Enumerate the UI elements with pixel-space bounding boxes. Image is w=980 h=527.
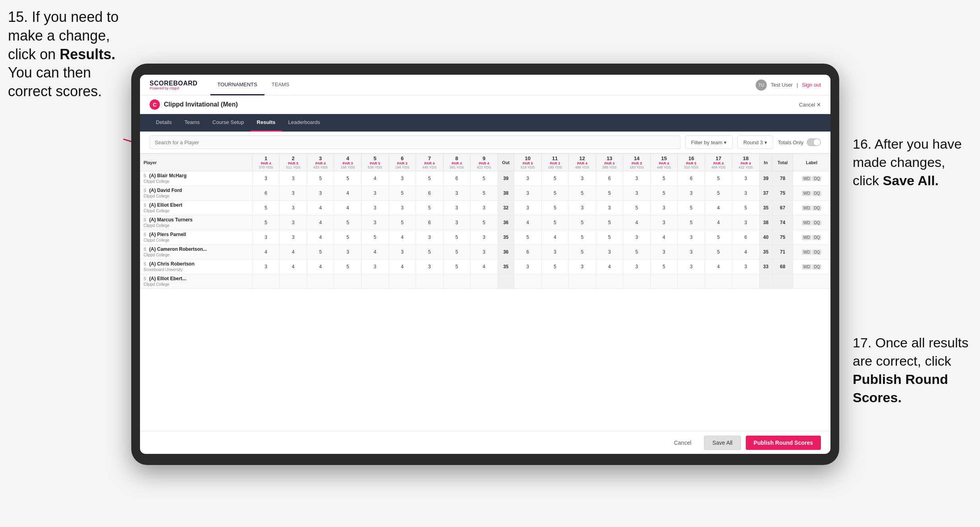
hole-1-score[interactable]: 3 bbox=[252, 260, 280, 274]
label-dq[interactable]: DQ bbox=[812, 250, 821, 255]
hole-6-score[interactable] bbox=[389, 274, 416, 289]
hole-3-score[interactable]: 5 bbox=[307, 171, 334, 186]
hole-15-score[interactable]: 5 bbox=[650, 186, 678, 201]
cancel-button[interactable]: Cancel ✕ bbox=[799, 102, 821, 108]
hole-1-score[interactable]: 4 bbox=[252, 245, 280, 260]
hole-6-score[interactable]: 4 bbox=[389, 230, 416, 245]
hole-6-score[interactable]: 3 bbox=[389, 171, 416, 186]
hole-6-score[interactable]: 3 bbox=[389, 245, 416, 260]
tab-course-setup[interactable]: Course Setup bbox=[206, 114, 251, 132]
label-cell[interactable]: WDDQ bbox=[793, 260, 830, 274]
hole-8-score[interactable]: 3 bbox=[443, 215, 471, 230]
hole-13-score[interactable]: 5 bbox=[596, 230, 623, 245]
hole-5-score[interactable]: 3 bbox=[362, 186, 389, 201]
hole-2-score[interactable]: 3 bbox=[280, 186, 307, 201]
hole-12-score[interactable]: 3 bbox=[569, 260, 596, 274]
hole-7-score[interactable]: 5 bbox=[416, 201, 443, 215]
totals-only-toggle[interactable] bbox=[807, 138, 821, 146]
hole-11-score[interactable]: 5 bbox=[541, 171, 569, 186]
hole-15-score[interactable]: 5 bbox=[650, 260, 678, 274]
hole-18-score[interactable]: 4 bbox=[732, 245, 760, 260]
hole-2-score[interactable]: 3 bbox=[280, 230, 307, 245]
hole-14-score[interactable]: 3 bbox=[623, 186, 651, 201]
label-dq[interactable]: DQ bbox=[812, 205, 821, 211]
hole-15-score[interactable] bbox=[650, 274, 678, 289]
filter-by-team-button[interactable]: Filter by team ▾ bbox=[685, 136, 733, 149]
hole-18-score[interactable] bbox=[732, 274, 760, 289]
hole-12-score[interactable]: 3 bbox=[569, 171, 596, 186]
hole-15-score[interactable]: 3 bbox=[650, 215, 678, 230]
hole-2-score[interactable]: 3 bbox=[280, 215, 307, 230]
hole-18-score[interactable]: 6 bbox=[732, 230, 760, 245]
label-dq[interactable]: DQ bbox=[812, 235, 821, 240]
hole-5-score[interactable]: 5 bbox=[362, 230, 389, 245]
tab-leaderboards[interactable]: Leaderboards bbox=[282, 114, 327, 132]
hole-15-score[interactable]: 3 bbox=[650, 245, 678, 260]
hole-16-score[interactable]: 6 bbox=[678, 171, 705, 186]
hole-2-score[interactable]: 3 bbox=[280, 201, 307, 215]
hole-12-score[interactable]: 5 bbox=[569, 186, 596, 201]
hole-9-score[interactable]: 3 bbox=[471, 201, 498, 215]
hole-18-score[interactable]: 3 bbox=[732, 215, 760, 230]
hole-6-score[interactable]: 4 bbox=[389, 260, 416, 274]
hole-18-score[interactable]: 3 bbox=[732, 171, 760, 186]
hole-17-score[interactable]: 5 bbox=[705, 230, 732, 245]
label-wd[interactable]: WD bbox=[802, 220, 812, 225]
hole-2-score[interactable]: 3 bbox=[280, 171, 307, 186]
hole-5-score[interactable]: 3 bbox=[362, 215, 389, 230]
hole-10-score[interactable]: 3 bbox=[514, 201, 542, 215]
hole-4-score[interactable] bbox=[334, 274, 362, 289]
hole-13-score[interactable]: 4 bbox=[596, 260, 623, 274]
label-cell[interactable]: WDDQ bbox=[793, 201, 830, 215]
hole-14-score[interactable]: 4 bbox=[623, 215, 651, 230]
hole-11-score[interactable]: 5 bbox=[541, 201, 569, 215]
label-wd[interactable]: WD bbox=[802, 250, 812, 255]
hole-16-score[interactable]: 5 bbox=[678, 201, 705, 215]
hole-13-score[interactable]: 3 bbox=[596, 245, 623, 260]
hole-7-score[interactable]: 5 bbox=[416, 171, 443, 186]
hole-2-score[interactable]: 4 bbox=[280, 260, 307, 274]
hole-12-score[interactable]: 5 bbox=[569, 230, 596, 245]
hole-16-score[interactable]: 3 bbox=[678, 230, 705, 245]
hole-4-score[interactable]: 5 bbox=[334, 215, 362, 230]
hole-5-score[interactable] bbox=[362, 274, 389, 289]
hole-4-score[interactable]: 4 bbox=[334, 201, 362, 215]
hole-14-score[interactable]: 5 bbox=[623, 201, 651, 215]
label-cell[interactable]: WDDQ bbox=[793, 171, 830, 186]
hole-8-score[interactable]: 5 bbox=[443, 230, 471, 245]
hole-11-score[interactable]: 5 bbox=[541, 215, 569, 230]
hole-9-score[interactable]: 5 bbox=[471, 215, 498, 230]
hole-1-score[interactable]: 5 bbox=[252, 201, 280, 215]
hole-9-score[interactable]: 5 bbox=[471, 171, 498, 186]
hole-17-score[interactable]: 4 bbox=[705, 215, 732, 230]
label-wd[interactable]: WD bbox=[802, 205, 812, 211]
hole-16-score[interactable] bbox=[678, 274, 705, 289]
hole-7-score[interactable]: 3 bbox=[416, 230, 443, 245]
label-cell[interactable]: WDDQ bbox=[793, 245, 830, 260]
hole-10-score[interactable] bbox=[514, 274, 542, 289]
hole-3-score[interactable]: 4 bbox=[307, 201, 334, 215]
hole-10-score[interactable]: 6 bbox=[514, 245, 542, 260]
hole-5-score[interactable]: 4 bbox=[362, 171, 389, 186]
hole-17-score[interactable]: 5 bbox=[705, 245, 732, 260]
hole-2-score[interactable]: 4 bbox=[280, 245, 307, 260]
label-cell[interactable]: WDDQ bbox=[793, 215, 830, 230]
hole-1-score[interactable]: 6 bbox=[252, 186, 280, 201]
hole-17-score[interactable]: 5 bbox=[705, 186, 732, 201]
hole-3-score[interactable] bbox=[307, 274, 334, 289]
hole-15-score[interactable]: 4 bbox=[650, 230, 678, 245]
hole-8-score[interactable]: 6 bbox=[443, 171, 471, 186]
publish-round-scores-button[interactable]: Publish Round Scores bbox=[746, 436, 821, 450]
hole-12-score[interactable]: 5 bbox=[569, 215, 596, 230]
label-wd[interactable]: WD bbox=[802, 264, 812, 269]
label-dq[interactable]: DQ bbox=[812, 264, 821, 269]
hole-10-score[interactable]: 3 bbox=[514, 260, 542, 274]
hole-9-score[interactable]: 3 bbox=[471, 245, 498, 260]
hole-14-score[interactable] bbox=[623, 274, 651, 289]
label-wd[interactable]: WD bbox=[802, 235, 812, 240]
hole-4-score[interactable]: 5 bbox=[334, 230, 362, 245]
hole-14-score[interactable]: 3 bbox=[623, 230, 651, 245]
hole-6-score[interactable]: 3 bbox=[389, 201, 416, 215]
hole-4-score[interactable]: 4 bbox=[334, 186, 362, 201]
hole-11-score[interactable] bbox=[541, 274, 569, 289]
